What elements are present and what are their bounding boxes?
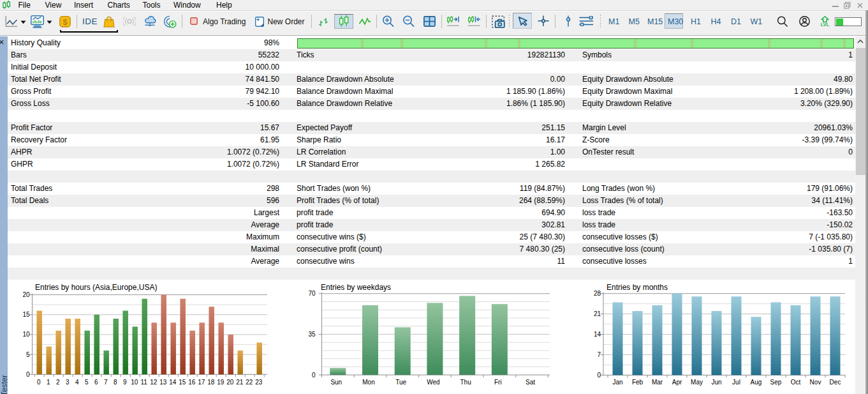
svg-text:Jan: Jan	[612, 379, 622, 386]
svg-text:Thu: Thu	[460, 379, 471, 386]
svg-text:Oct: Oct	[791, 379, 801, 386]
svg-text:Fri: Fri	[494, 379, 502, 386]
svg-text:Feb: Feb	[632, 379, 644, 386]
svg-text:1: 1	[47, 379, 50, 386]
svg-text:22: 22	[246, 379, 253, 386]
svg-text:Entries by hours (Asia,Europe,: Entries by hours (Asia,Europe,USA)	[35, 283, 157, 292]
svg-text:11: 11	[141, 379, 148, 386]
svg-text:35: 35	[308, 331, 316, 338]
svg-text:3: 3	[66, 379, 70, 386]
svg-text:10: 10	[22, 331, 30, 338]
svg-text:6: 6	[94, 379, 98, 386]
svg-text:21: 21	[594, 310, 601, 317]
svg-text:7: 7	[104, 379, 108, 386]
svg-text:21: 21	[236, 379, 244, 386]
svg-text:23: 23	[255, 379, 263, 386]
svg-text:Sun: Sun	[330, 379, 342, 386]
svg-text:15: 15	[22, 311, 30, 318]
svg-text:Entries by weekdays: Entries by weekdays	[321, 283, 391, 292]
svg-text:12: 12	[150, 379, 158, 386]
svg-text:28: 28	[594, 290, 601, 297]
svg-text:8: 8	[114, 379, 117, 386]
svg-text:70: 70	[308, 290, 316, 297]
svg-text:17: 17	[198, 379, 205, 386]
svg-text:7: 7	[597, 351, 601, 358]
svg-text:0: 0	[26, 371, 30, 378]
svg-text:Nov: Nov	[810, 379, 821, 386]
svg-text:4: 4	[75, 379, 79, 386]
svg-text:Entries by months: Entries by months	[607, 283, 668, 292]
svg-text:Aug: Aug	[751, 379, 762, 386]
svg-text:Tue: Tue	[395, 379, 406, 386]
svg-text:Sep: Sep	[770, 379, 782, 386]
svg-text:14: 14	[594, 331, 601, 338]
svg-text:14: 14	[169, 379, 177, 386]
svg-text:5: 5	[26, 351, 30, 358]
svg-text:Jul: Jul	[732, 379, 740, 386]
svg-text:Apr: Apr	[672, 379, 682, 386]
svg-text:Mar: Mar	[652, 379, 663, 386]
svg-text:18: 18	[207, 379, 215, 386]
svg-text:Dec: Dec	[830, 379, 841, 386]
svg-text:15: 15	[179, 379, 186, 386]
svg-text:5: 5	[85, 379, 89, 386]
svg-text:16: 16	[188, 379, 196, 386]
svg-text:0: 0	[37, 379, 41, 386]
svg-text:0: 0	[312, 372, 316, 379]
svg-text:Jun: Jun	[711, 379, 721, 386]
svg-text:Mon: Mon	[362, 379, 374, 386]
svg-text:2: 2	[56, 379, 60, 386]
svg-text:13: 13	[159, 379, 167, 386]
svg-text:Wed: Wed	[427, 379, 439, 386]
svg-text:0: 0	[597, 372, 601, 379]
svg-text:May: May	[691, 379, 703, 386]
svg-text:Sat: Sat	[526, 379, 535, 386]
svg-text:10: 10	[131, 379, 138, 386]
svg-text:20: 20	[226, 379, 234, 386]
svg-text:9: 9	[123, 379, 127, 386]
svg-text:19: 19	[217, 379, 224, 386]
svg-text:20: 20	[22, 291, 30, 298]
